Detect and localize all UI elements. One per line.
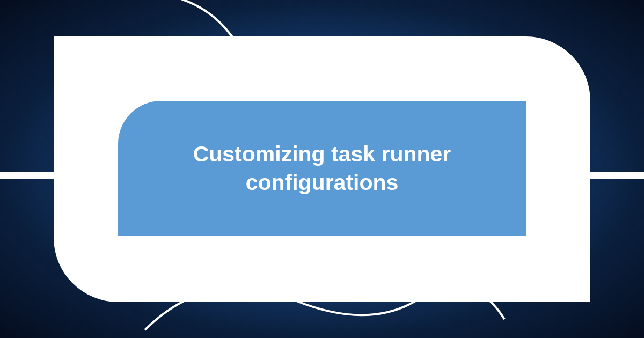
title-panel: Customizing task runner configurations [118, 101, 526, 236]
page-title: Customizing task runner configurations [150, 140, 494, 197]
